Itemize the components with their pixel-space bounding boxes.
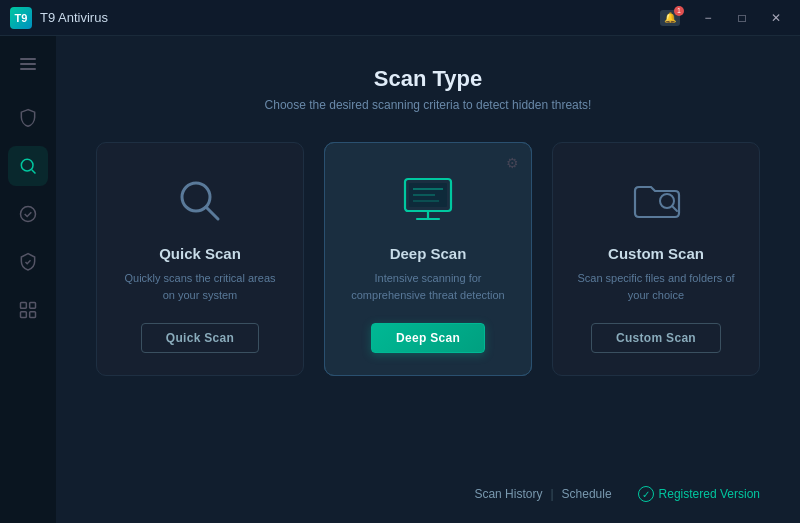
svg-rect-9 bbox=[30, 312, 36, 318]
svg-rect-1 bbox=[20, 63, 36, 65]
schedule-link[interactable]: Schedule bbox=[556, 485, 618, 503]
quick-scan-icon bbox=[170, 171, 230, 231]
titlebar-left: T9 T9 Antivirus bbox=[10, 7, 108, 29]
close-button[interactable]: ✕ bbox=[762, 7, 790, 29]
quick-scan-desc: Quickly scans the critical areas on your… bbox=[117, 270, 283, 303]
scan-history-link[interactable]: Scan History bbox=[468, 485, 548, 503]
svg-rect-8 bbox=[21, 312, 27, 318]
registered-badge: ✓ Registered Version bbox=[638, 486, 760, 502]
app-logo: T9 bbox=[10, 7, 32, 29]
notification-count: 1 bbox=[674, 6, 684, 16]
deep-scan-desc: Intensive scanning for comprehensive thr… bbox=[345, 270, 511, 303]
custom-scan-icon bbox=[626, 171, 686, 231]
svg-rect-6 bbox=[21, 303, 27, 309]
svg-rect-12 bbox=[405, 179, 451, 211]
quick-scan-title: Quick Scan bbox=[159, 245, 241, 262]
deep-scan-button[interactable]: Deep Scan bbox=[371, 323, 485, 353]
sidebar-item-status[interactable] bbox=[8, 194, 48, 234]
page-subtitle: Choose the desired scanning criteria to … bbox=[265, 98, 592, 112]
app-title: T9 Antivirus bbox=[40, 10, 108, 25]
quick-scan-button[interactable]: Quick Scan bbox=[141, 323, 259, 353]
hamburger-menu-icon[interactable] bbox=[10, 46, 46, 82]
main-content: Scan Type Choose the desired scanning cr… bbox=[56, 36, 800, 523]
registered-label: Registered Version bbox=[659, 487, 760, 501]
custom-scan-button[interactable]: Custom Scan bbox=[591, 323, 721, 353]
deep-scan-card: ⚙ Deep Scan In bbox=[324, 142, 532, 376]
sidebar-item-protection[interactable] bbox=[8, 98, 48, 138]
page-title: Scan Type bbox=[374, 66, 482, 92]
sidebar bbox=[0, 36, 56, 523]
custom-scan-desc: Scan specific files and folders of your … bbox=[573, 270, 739, 303]
footer-links: Scan History | Schedule bbox=[468, 485, 617, 503]
notification-badge-container: 🔔 1 bbox=[660, 10, 680, 26]
custom-scan-card: Custom Scan Scan specific files and fold… bbox=[552, 142, 760, 376]
deep-scan-title: Deep Scan bbox=[390, 245, 467, 262]
svg-rect-15 bbox=[409, 183, 447, 207]
quick-scan-card: Quick Scan Quickly scans the critical ar… bbox=[96, 142, 304, 376]
sidebar-item-scan[interactable] bbox=[8, 146, 48, 186]
minimize-button[interactable]: − bbox=[694, 7, 722, 29]
svg-line-11 bbox=[206, 207, 218, 219]
registered-check-icon: ✓ bbox=[638, 486, 654, 502]
svg-line-4 bbox=[32, 170, 36, 174]
maximize-button[interactable]: □ bbox=[728, 7, 756, 29]
sidebar-item-security[interactable] bbox=[8, 242, 48, 282]
titlebar: T9 T9 Antivirus 🔔 1 − □ ✕ bbox=[0, 0, 800, 36]
svg-point-3 bbox=[21, 159, 33, 171]
footer-separator: | bbox=[548, 487, 555, 501]
sidebar-item-tools[interactable] bbox=[8, 290, 48, 330]
main-layout: Scan Type Choose the desired scanning cr… bbox=[0, 36, 800, 523]
svg-point-5 bbox=[21, 207, 36, 222]
svg-rect-0 bbox=[20, 58, 36, 60]
settings-icon[interactable]: ⚙ bbox=[506, 155, 519, 171]
deep-scan-icon bbox=[398, 171, 458, 231]
content-footer: Scan History | Schedule ✓ Registered Ver… bbox=[96, 469, 760, 503]
svg-line-20 bbox=[672, 206, 677, 211]
scan-cards-container: Quick Scan Quickly scans the critical ar… bbox=[96, 142, 760, 376]
custom-scan-title: Custom Scan bbox=[608, 245, 704, 262]
window-controls: 🔔 1 − □ ✕ bbox=[660, 7, 790, 29]
svg-rect-7 bbox=[30, 303, 36, 309]
svg-rect-2 bbox=[20, 68, 36, 70]
